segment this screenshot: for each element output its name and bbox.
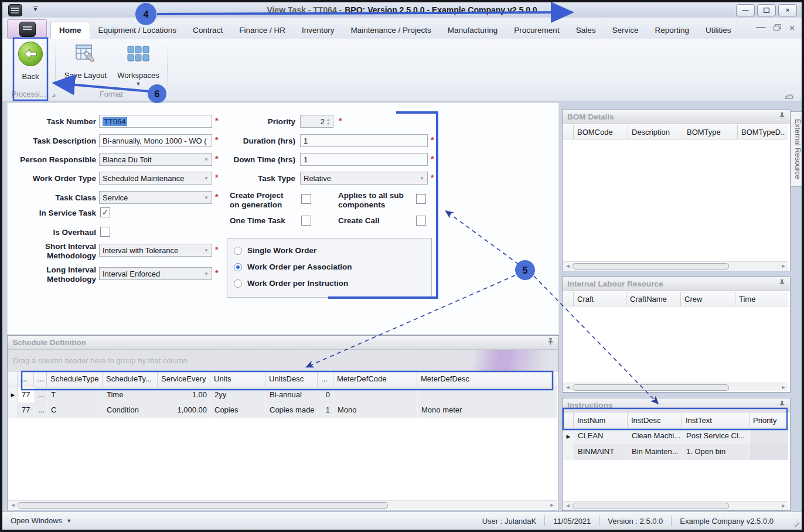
column-header-bomcode[interactable]: BOMCode: [574, 125, 628, 139]
column-header-craftname[interactable]: CraftName: [626, 292, 681, 306]
radio-work-order-per-association[interactable]: Work Order per Association: [234, 262, 352, 271]
workspaces-button[interactable]: Workspaces ▼: [114, 43, 163, 87]
in-service-task-checkbox[interactable]: ✓: [100, 207, 110, 217]
tab-manufacturing[interactable]: Manufacturing: [440, 22, 506, 39]
ribbon-group-processing: Processi...: [7, 90, 50, 100]
tab-procurement[interactable]: Procurement: [506, 22, 567, 39]
tab-equipment-locations[interactable]: Equipment / Locations: [90, 22, 185, 39]
back-button[interactable]: Back: [15, 42, 46, 81]
ribbon-collapse-icon[interactable]: [784, 91, 793, 102]
close-button[interactable]: ×: [778, 4, 797, 16]
row-indicator-header: [563, 292, 574, 306]
resize-grip[interactable]: [791, 519, 799, 527]
column-header-unitsdesc[interactable]: UnitsDesc: [265, 371, 318, 387]
pin-icon[interactable]: [547, 338, 554, 347]
work-order-type-combo[interactable]: Scheduled Maintenance▼: [99, 172, 212, 185]
tab-home[interactable]: Home: [50, 22, 90, 39]
applies-sub-checkbox[interactable]: [416, 194, 426, 204]
priority-spinner[interactable]: 2▲▼: [300, 115, 333, 128]
down-time-input[interactable]: 1: [300, 153, 428, 166]
column-header-serviceevery[interactable]: ServiceEvery: [158, 371, 210, 387]
tab-contract[interactable]: Contract: [185, 22, 231, 39]
scroll-right-icon[interactable]: ►: [779, 384, 788, 390]
tab-sales[interactable]: Sales: [568, 22, 604, 39]
duration-input[interactable]: 1: [300, 134, 428, 147]
column-header-craft[interactable]: Craft: [574, 292, 626, 306]
scrollbar-thumb[interactable]: [18, 502, 388, 509]
schedule-row-1[interactable]: ▶ 77 ... T Time 1.00 2yy Bi-annual 0: [8, 387, 557, 403]
schedule-horizontal-scrollbar[interactable]: ◄ ►: [8, 500, 557, 509]
scroll-right-icon[interactable]: ►: [779, 503, 788, 509]
cell: Condition: [103, 403, 158, 418]
column-header[interactable]: ...: [318, 371, 333, 387]
column-header-meterdefdesc[interactable]: MeterDefDesc: [417, 371, 557, 387]
column-header-priority[interactable]: Priority: [750, 413, 788, 428]
mdi-restore-button[interactable]: [774, 24, 781, 31]
column-header-scheduletype[interactable]: ScheduleType: [47, 371, 103, 387]
instructions-row-1[interactable]: ▶ CLEAN Clean Machi... Post Service Cl..…: [563, 428, 788, 445]
task-class-combo[interactable]: Service▼: [99, 191, 212, 204]
cell: 77: [18, 387, 35, 403]
bom-horizontal-scrollbar[interactable]: ◄ ►: [563, 261, 788, 270]
short-interval-methodology-combo[interactable]: Interval with Tolerance▼: [99, 244, 212, 257]
column-header-bomtype[interactable]: BOMType: [683, 125, 738, 139]
group-dialog-launcher-icon[interactable]: ◢: [52, 93, 55, 98]
labour-horizontal-scrollbar[interactable]: ◄ ►: [563, 383, 788, 391]
minimize-button[interactable]: —: [736, 4, 755, 16]
open-windows-button[interactable]: Open Windows▼: [11, 516, 71, 525]
scroll-left-icon[interactable]: ◄: [563, 384, 573, 390]
scroll-right-icon[interactable]: ►: [779, 263, 788, 269]
long-interval-methodology-combo[interactable]: Interval Enforced▼: [99, 267, 212, 280]
application-menu-button[interactable]: [7, 19, 47, 39]
tab-finance-hr[interactable]: Finance / HR: [231, 22, 294, 39]
radio-work-order-per-instruction[interactable]: Work Order per Instruction: [234, 279, 348, 288]
spinner-arrows-icon[interactable]: ▲▼: [326, 118, 330, 125]
column-header-meterdefcode[interactable]: MeterDefCode: [333, 371, 417, 387]
tab-utilities[interactable]: Utilities: [697, 22, 740, 39]
tab-reporting[interactable]: Reporting: [646, 22, 697, 39]
person-responsible-combo[interactable]: Bianca Du Toit▼: [99, 153, 212, 166]
task-description-input[interactable]: Bi-annually, Mono 1000 - WO (: [99, 134, 212, 147]
column-header-instdesc[interactable]: InstDesc: [628, 413, 682, 428]
column-header-units[interactable]: Units: [210, 371, 265, 387]
tab-maintenance-projects[interactable]: Maintenance / Projects: [342, 22, 439, 39]
create-call-checkbox[interactable]: [416, 216, 426, 226]
maximize-button[interactable]: [757, 4, 776, 16]
pin-icon[interactable]: [779, 401, 785, 410]
schedule-row-2[interactable]: 77 ... C Condition 1,000.00 Copies Copie…: [8, 403, 557, 418]
mdi-close-button[interactable]: ×: [789, 23, 795, 33]
scroll-left-icon[interactable]: ◄: [563, 263, 573, 269]
column-header-insttext[interactable]: InstText: [682, 413, 750, 428]
column-header-instnum[interactable]: InstNum: [574, 413, 628, 428]
scrollbar-thumb[interactable]: [573, 384, 729, 391]
scroll-left-icon[interactable]: ◄: [563, 503, 573, 509]
column-header-scheduletydesc[interactable]: ScheduleTy...: [103, 371, 158, 387]
chevron-down-icon: ▼: [66, 518, 71, 524]
task-number-input[interactable]: TT064: [99, 115, 212, 128]
save-layout-button[interactable]: Save Layout: [61, 43, 110, 80]
external-resource-tab[interactable]: External Resource: [791, 111, 804, 187]
column-header-description[interactable]: Description: [628, 125, 683, 139]
instructions-row-2[interactable]: BINMAINT Bin Mainten... 1. Open bin: [563, 444, 788, 461]
column-header-crew[interactable]: Crew: [681, 292, 735, 306]
tab-service[interactable]: Service: [604, 22, 646, 39]
is-overhaul-checkbox[interactable]: [100, 227, 110, 237]
column-header[interactable]: ...: [18, 371, 34, 387]
instructions-horizontal-scrollbar[interactable]: ◄ ►: [563, 501, 788, 510]
scrollbar-thumb[interactable]: [573, 263, 729, 270]
pin-icon[interactable]: [779, 112, 785, 121]
scrollbar-thumb[interactable]: [573, 503, 729, 509]
task-type-combo[interactable]: Relative▼: [300, 172, 428, 185]
cell: 1. Open bin: [683, 444, 750, 460]
mdi-minimize-button[interactable]: —: [756, 22, 765, 33]
column-header[interactable]: ...: [34, 371, 47, 387]
pin-icon[interactable]: [779, 279, 785, 288]
tab-inventory[interactable]: Inventory: [294, 22, 343, 39]
radio-single-work-order[interactable]: Single Work Order: [234, 246, 316, 255]
scroll-right-icon[interactable]: ►: [547, 502, 557, 508]
scroll-left-icon[interactable]: ◄: [8, 502, 18, 508]
column-header-time[interactable]: Time: [735, 292, 788, 306]
create-project-checkbox[interactable]: [301, 194, 311, 204]
one-time-task-checkbox[interactable]: [301, 216, 311, 226]
column-header-bomtypedesc[interactable]: BOMTypeD..: [738, 125, 788, 139]
